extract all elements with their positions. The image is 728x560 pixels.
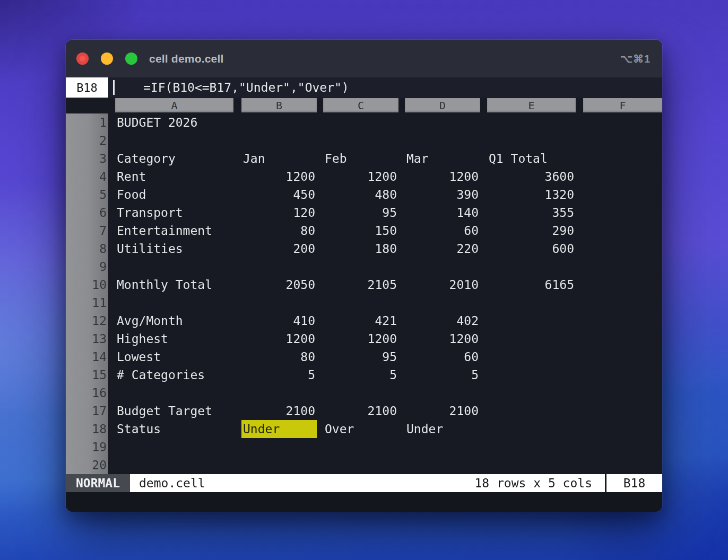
row-number-13[interactable]: 13 (66, 330, 108, 348)
cell-D14[interactable]: 60 (405, 348, 480, 366)
cell-D8[interactable]: 220 (405, 240, 480, 258)
cell-B4[interactable]: 1200 (241, 168, 317, 186)
column-header-F[interactable]: F (583, 98, 662, 112)
cell-C3[interactable]: Feb (323, 150, 398, 168)
row-number-11[interactable]: 11 (66, 294, 108, 312)
cell-B14[interactable]: 80 (241, 348, 317, 366)
row-number-4[interactable]: 4 (66, 168, 108, 186)
cell-D7[interactable]: 60 (405, 222, 480, 240)
row-number-20[interactable]: 20 (66, 456, 108, 474)
cell-A1[interactable]: BUDGET 2026 (115, 113, 233, 132)
row-number-10[interactable]: 10 (66, 276, 108, 294)
cell-E3[interactable]: Q1 Total (487, 150, 576, 168)
cell-C8[interactable]: 180 (323, 240, 398, 258)
cell-D3[interactable]: Mar (405, 150, 480, 168)
cell-A18[interactable]: Status (115, 420, 233, 438)
cell-A4[interactable]: Rent (115, 168, 233, 186)
cell-C13[interactable]: 1200 (323, 330, 398, 348)
cell-B15[interactable]: 5 (241, 366, 317, 384)
cell-A14[interactable]: Lowest (115, 348, 233, 366)
cell-E5[interactable]: 1320 (487, 186, 576, 204)
cell-E10[interactable]: 6165 (487, 276, 576, 294)
row-number-6[interactable]: 6 (66, 204, 108, 222)
cell-E6[interactable]: 355 (487, 204, 576, 222)
cell-D4[interactable]: 1200 (405, 168, 480, 186)
cell-C14[interactable]: 95 (323, 348, 398, 366)
close-button[interactable] (76, 52, 89, 65)
sheet-row-14: 14Lowest809560 (66, 348, 662, 366)
file-name: demo.cell (130, 474, 474, 492)
row-number-17[interactable]: 17 (66, 402, 108, 420)
cell-E8[interactable]: 600 (487, 240, 576, 258)
cell-C18[interactable]: Over (323, 420, 398, 438)
cell-D12[interactable]: 402 (405, 312, 480, 330)
cell-A13[interactable]: Highest (115, 330, 233, 348)
column-header-B[interactable]: B (241, 98, 317, 112)
row-number-9[interactable]: 9 (66, 258, 108, 276)
cell-C4[interactable]: 1200 (323, 168, 398, 186)
row-number-18[interactable]: 18 (66, 420, 108, 438)
cell-D15[interactable]: 5 (405, 366, 480, 384)
column-header-E[interactable]: E (487, 98, 576, 112)
minimize-button[interactable] (101, 52, 113, 65)
cell-D18[interactable]: Under (405, 420, 480, 438)
cell-A10[interactable]: Monthly Total (115, 276, 233, 294)
row-number-16[interactable]: 16 (66, 384, 108, 402)
cell-B12[interactable]: 410 (241, 312, 317, 330)
row-number-12[interactable]: 12 (66, 312, 108, 330)
row-number-5[interactable]: 5 (66, 186, 108, 204)
row-number-2[interactable]: 2 (66, 132, 108, 150)
cell-B7[interactable]: 80 (241, 222, 317, 240)
row-number-3[interactable]: 3 (66, 150, 108, 168)
formula-input[interactable]: =IF(B10<=B17,"Under","Over") (143, 77, 349, 98)
column-header-D[interactable]: D (405, 98, 480, 112)
cell-A17[interactable]: Budget Target (115, 402, 233, 420)
cell-D5[interactable]: 390 (405, 186, 480, 204)
cell-B3[interactable]: Jan (241, 150, 317, 168)
cell-D13[interactable]: 1200 (405, 330, 480, 348)
cell-B10[interactable]: 2050 (241, 276, 317, 294)
cell-D6[interactable]: 140 (405, 204, 480, 222)
cell-A5[interactable]: Food (115, 186, 233, 204)
column-header-C[interactable]: C (323, 98, 398, 112)
row-number-7[interactable]: 7 (66, 222, 108, 240)
cell-B8[interactable]: 200 (241, 240, 317, 258)
cell-D17[interactable]: 2100 (405, 402, 480, 420)
sheet-dimensions: 18 rows x 5 cols (474, 474, 592, 492)
row-number-1[interactable]: 1 (66, 113, 108, 132)
sheet-row-6: 6Transport12095140355 (66, 204, 662, 222)
cell-A3[interactable]: Category (115, 150, 233, 168)
cell-C12[interactable]: 421 (323, 312, 398, 330)
cell-B5[interactable]: 450 (241, 186, 317, 204)
cell-B13[interactable]: 1200 (241, 330, 317, 348)
cell-C15[interactable]: 5 (323, 366, 398, 384)
window-footer (66, 492, 662, 512)
terminal-window: cell demo.cell ⌥⌘1 B18 =IF(B10<=B17,"Und… (66, 40, 662, 512)
cell-C17[interactable]: 2100 (323, 402, 398, 420)
cell-A8[interactable]: Utilities (115, 240, 233, 258)
cell-B6[interactable]: 120 (241, 204, 317, 222)
sheet-row-20: 20 (66, 456, 662, 474)
row-number-8[interactable]: 8 (66, 240, 108, 258)
row-number-15[interactable]: 15 (66, 366, 108, 384)
row-number-19[interactable]: 19 (66, 438, 108, 456)
cell-B18[interactable]: Under (241, 420, 317, 438)
formula-divider (113, 80, 115, 95)
cell-E4[interactable]: 3600 (487, 168, 576, 186)
cell-A12[interactable]: Avg/Month (115, 312, 233, 330)
cell-C10[interactable]: 2105 (323, 276, 398, 294)
cell-C5[interactable]: 480 (323, 186, 398, 204)
cell-B17[interactable]: 2100 (241, 402, 317, 420)
cell-C6[interactable]: 95 (323, 204, 398, 222)
keyboard-shortcut-hint: ⌥⌘1 (620, 40, 651, 77)
cell-C7[interactable]: 150 (323, 222, 398, 240)
zoom-button[interactable] (125, 52, 137, 65)
row-number-14[interactable]: 14 (66, 348, 108, 366)
cell-A6[interactable]: Transport (115, 204, 233, 222)
sheet-row-16: 16 (66, 384, 662, 402)
column-header-A[interactable]: A (115, 98, 233, 112)
cell-E7[interactable]: 290 (487, 222, 576, 240)
cell-A15[interactable]: # Categories (115, 366, 233, 384)
cell-D10[interactable]: 2010 (405, 276, 480, 294)
cell-A7[interactable]: Entertainment (115, 222, 233, 240)
